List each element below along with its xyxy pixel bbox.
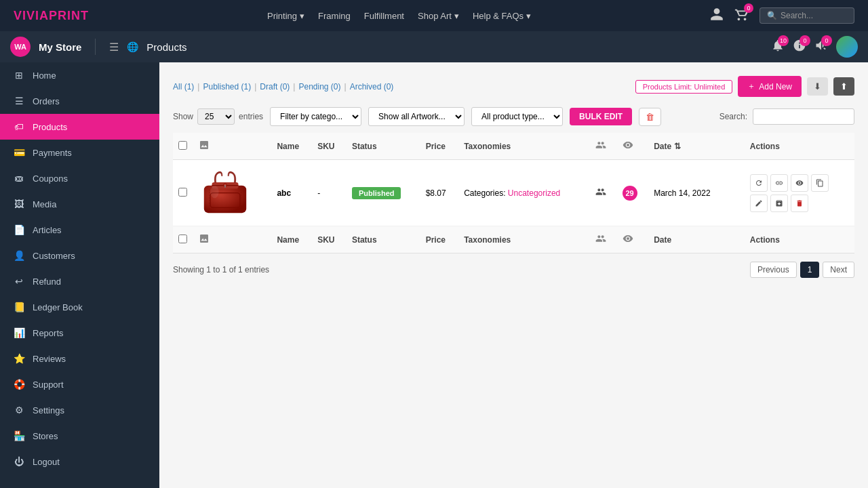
sidebar-item-media[interactable]: 🖼 Media [0, 191, 159, 217]
product-name: abc [277, 188, 291, 198]
link-action-icon[interactable] [770, 174, 788, 192]
header-taxonomies: Taxonomies [458, 133, 590, 160]
previous-button[interactable]: Previous [750, 262, 797, 278]
logo: VIVIAPRINT [14, 9, 89, 23]
footer-spacer [731, 226, 745, 253]
filter-tabs: All (1) | Published (1) | Draft (0) | Pe… [173, 82, 630, 92]
sidebar-label-reports: Reports [33, 328, 64, 338]
header-status: Status [347, 133, 420, 160]
footer-col2 [617, 226, 649, 253]
top-navbar: VIVIAPRINT Printing ▾ Framing Fulfillmen… [0, 0, 868, 31]
add-new-button[interactable]: ＋ Add New [738, 76, 802, 97]
table-row: abc - Published $8.07 Categories: Uncate… [173, 160, 854, 226]
filter-artwork-select[interactable]: Show all Artwork... [368, 107, 465, 126]
sidebar-item-coupons[interactable]: 🎟 Coupons [0, 165, 159, 191]
sidebar-label-coupons: Coupons [33, 174, 68, 184]
filter-tab-archived[interactable]: Archived (0) [350, 82, 394, 92]
product-name-cell: abc [271, 160, 312, 226]
filter-type-select[interactable]: All product type... [471, 107, 563, 126]
svg-point-8 [210, 186, 218, 199]
user-icon[interactable] [709, 7, 724, 25]
sidebar-label-refund: Refund [33, 277, 61, 287]
bulk-edit-button[interactable]: BULK EDIT [570, 108, 632, 125]
stores-icon: 🏪 [14, 430, 24, 441]
sidebar-item-refund[interactable]: ↩ Refund [0, 268, 159, 294]
sidebar-label-products: Products [33, 122, 67, 132]
row-checkbox[interactable] [178, 188, 187, 197]
megaphone-badge: 0 [821, 35, 832, 46]
category-label: Categories: [464, 188, 505, 198]
view-action-icon[interactable] [791, 174, 808, 192]
sidebar-item-orders[interactable]: ☰ Orders [0, 88, 159, 114]
edit-action-icon[interactable] [750, 195, 768, 212]
nav-printing[interactable]: Printing ▾ [267, 11, 304, 21]
filter-tab-all[interactable]: All (1) [173, 82, 194, 92]
sidebar-item-home[interactable]: ⊞ Home [0, 62, 159, 88]
sidebar-item-payments[interactable]: 💳 Payments [0, 140, 159, 165]
archive-action-icon[interactable] [770, 195, 788, 212]
hamburger-icon[interactable]: ☰ [109, 41, 119, 54]
sidebar-item-logout[interactable]: ⏻ Logout [0, 449, 159, 474]
sidebar-item-ledger[interactable]: 📒 Ledger Book [0, 294, 159, 320]
sort-icon: ⇅ [674, 142, 681, 151]
category-link[interactable]: Uncategorized [508, 188, 560, 198]
sidebar-item-products[interactable]: 🏷 Products [0, 114, 159, 140]
footer-checkbox [173, 226, 193, 253]
sub-header-left: WA My Store ☰ 🌐 Products [10, 37, 187, 57]
delete-action-icon[interactable] [791, 195, 808, 212]
sidebar-label-home: Home [33, 70, 56, 81]
nav-help[interactable]: Help & FAQs ▾ [473, 11, 531, 21]
info-icon[interactable]: 0 [793, 39, 806, 56]
select-all-checkbox[interactable] [178, 141, 187, 150]
sidebar-item-customers[interactable]: 👤 Customers [0, 243, 159, 268]
product-sku: - [317, 188, 320, 198]
plus-icon: ＋ [747, 81, 755, 92]
sidebar-item-stores[interactable]: 🏪 Stores [0, 423, 159, 449]
user-avatar[interactable] [836, 36, 858, 58]
support-icon: 🛟 [14, 379, 24, 390]
page-1-button[interactable]: 1 [800, 262, 820, 278]
bulk-delete-button[interactable]: 🗑 [639, 108, 661, 126]
bell-icon[interactable]: 10 [771, 39, 785, 56]
payments-icon: 💳 [14, 147, 24, 158]
copy-action-icon[interactable] [811, 174, 829, 192]
sidebar-item-reviews[interactable]: ⭐ Reviews [0, 346, 159, 371]
sidebar-item-settings[interactable]: ⚙ Settings [0, 397, 159, 423]
search-icon: 🔍 [767, 11, 777, 20]
filter-bar: All (1) | Published (1) | Draft (0) | Pe… [173, 76, 854, 97]
download-icon-btn[interactable]: ⬇ [807, 77, 828, 96]
table-header-row: Name SKU Status Price Taxonomies Date ⇅ … [173, 133, 854, 160]
nav-framing[interactable]: Framing [318, 11, 351, 21]
filter-tab-pending[interactable]: Pending (0) [298, 82, 340, 92]
footer-col1 [590, 226, 616, 253]
refund-icon: ↩ [14, 276, 24, 287]
table-search-input[interactable] [753, 108, 854, 125]
sidebar-label-stores: Stores [33, 431, 58, 441]
settings-icon: ⚙ [14, 405, 24, 415]
search-input[interactable] [781, 11, 848, 20]
search-box[interactable]: 🔍 [760, 7, 854, 24]
export-icon-btn[interactable]: ⬆ [833, 77, 854, 96]
filter-category-select[interactable]: Filter by catego... [270, 107, 361, 126]
sidebar-item-reports[interactable]: 📊 Reports [0, 320, 159, 346]
sidebar-label-payments: Payments [33, 148, 72, 158]
nav-shop-art[interactable]: Shop Art ▾ [418, 11, 459, 21]
chevron-down-icon: ▾ [526, 11, 531, 21]
sync-action-icon[interactable] [750, 174, 768, 192]
showing-text: Showing 1 to 1 of 1 entries [173, 265, 269, 274]
megaphone-icon[interactable]: 0 [814, 39, 828, 56]
footer-image [193, 226, 271, 253]
header-spacer [731, 133, 745, 160]
filter-tab-published[interactable]: Published (1) [203, 82, 251, 92]
entries-select[interactable]: 25 10 50 100 [197, 108, 235, 125]
cart-icon[interactable]: 0 [734, 7, 749, 25]
filter-tab-draft[interactable]: Draft (0) [260, 82, 290, 92]
nav-fulfillment[interactable]: Fulfillment [364, 11, 404, 21]
sidebar-item-articles[interactable]: 📄 Articles [0, 217, 159, 243]
chevron-down-icon: ▾ [300, 11, 304, 21]
next-button[interactable]: Next [823, 262, 854, 278]
ledger-icon: 📒 [14, 302, 24, 312]
footer-sku: SKU [312, 226, 347, 253]
select-all-footer-checkbox[interactable] [178, 235, 187, 243]
sidebar-item-support[interactable]: 🛟 Support [0, 371, 159, 397]
